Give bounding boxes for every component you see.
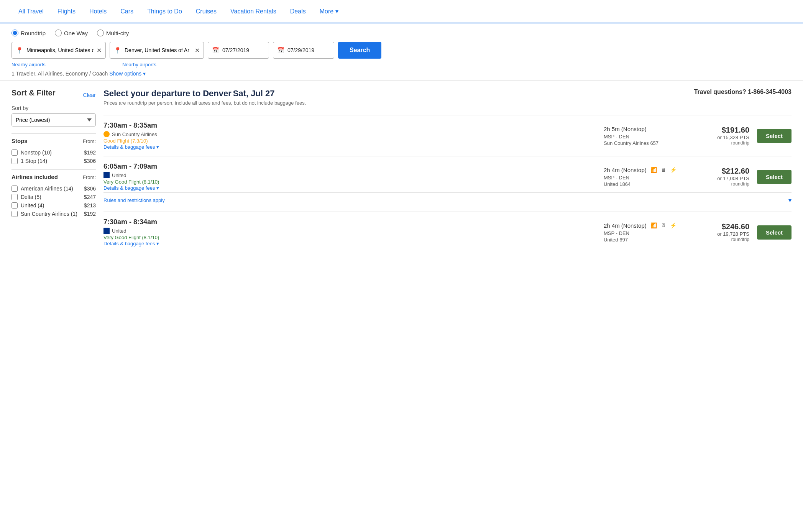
nonstop-checkbox[interactable] xyxy=(11,149,18,156)
flight-price-area-0: $191.60 or 15,328 PTS roundtrip xyxy=(688,126,749,146)
nav-deals[interactable]: Deals xyxy=(283,5,313,18)
screen-icon-2: 🖥 xyxy=(661,222,666,228)
stops-header-row: Stops From: xyxy=(11,138,96,147)
top-nav: All Travel Flights Hotels Cars Things to… xyxy=(0,0,803,23)
flight-duration-1: 2h 4m (Nonstop) 📶 🖥 ⚡ MSP - DEN United 1… xyxy=(604,167,680,187)
select-button-2[interactable]: Select xyxy=(757,225,792,240)
rules-chevron-icon[interactable]: ▾ xyxy=(788,197,792,204)
airline-name-0: Sun Country Airlines xyxy=(112,131,157,137)
sort-select[interactable]: Price (Lowest) xyxy=(11,113,96,126)
american-airlines-filter: American Airlines (14) $306 xyxy=(11,186,96,192)
united-filter: United (4) $213 xyxy=(11,202,96,209)
one-stop-checkbox[interactable] xyxy=(11,158,18,164)
search-area: Roundtrip One Way Multi-city 📍 ✕ 📍 ✕ 📅 0… xyxy=(0,23,803,81)
delta-checkbox[interactable] xyxy=(11,194,18,200)
details-link-0[interactable]: Details & baggage fees ▾ xyxy=(103,144,159,150)
flight-price-area-2: $246.60 or 19,728 PTS roundtrip xyxy=(688,222,749,242)
flight-price-area-1: $212.60 or 17,008 PTS roundtrip xyxy=(688,167,749,187)
nav-more[interactable]: More ▾ xyxy=(313,5,345,18)
duration-text-1: 2h 4m (Nonstop) xyxy=(604,167,647,173)
sun-country-checkbox[interactable] xyxy=(11,211,18,217)
nearby-row: Nearby airports Nearby airports xyxy=(11,62,792,67)
price-type-2: roundtrip xyxy=(688,237,749,242)
power-icon-1: ⚡ xyxy=(670,167,677,173)
nav-all-travel[interactable]: All Travel xyxy=(11,5,51,18)
destination-clear-icon[interactable]: ✕ xyxy=(195,47,200,54)
origin-clear-icon[interactable]: ✕ xyxy=(97,47,102,54)
nav-cruises[interactable]: Cruises xyxy=(189,5,223,18)
nonstop-label: Nonstop (10) xyxy=(21,149,52,156)
results-title-row: Select your departure to Denver Sat, Jul… xyxy=(103,89,306,99)
sort-filter-title: Sort & Filter xyxy=(11,89,55,97)
one-stop-price: $306 xyxy=(84,158,96,164)
search-inputs-row: 📍 ✕ 📍 ✕ 📅 07/27/2019 📅 07/29/2019 Search xyxy=(11,42,792,59)
delta-price: $247 xyxy=(84,194,96,200)
airlines-header-row: Airlines included From: xyxy=(11,174,96,183)
nav-hotels[interactable]: Hotels xyxy=(82,5,113,18)
details-link-1[interactable]: Details & baggage fees ▾ xyxy=(103,185,159,191)
oneway-option[interactable]: One Way xyxy=(55,30,88,36)
search-button[interactable]: Search xyxy=(338,42,381,59)
flight-card-1: 6:05am - 7:09am United Very Good Flight … xyxy=(103,156,792,212)
sun-country-airline-icon xyxy=(103,131,110,137)
route-info-0: MSP - DEN xyxy=(604,134,680,140)
american-airlines-checkbox[interactable] xyxy=(11,186,18,192)
results-header: Select your departure to Denver Sat, Jul… xyxy=(103,89,792,112)
delta-label: Delta (5) xyxy=(21,194,41,200)
price-type-0: roundtrip xyxy=(688,140,749,146)
price-main-1: $212.60 xyxy=(688,167,749,176)
travel-questions: Travel questions? 1-866-345-4003 xyxy=(694,89,792,95)
united-airline-icon-1 xyxy=(103,172,110,178)
depart-calendar-icon: 📅 xyxy=(212,47,219,54)
roundtrip-label: Roundtrip xyxy=(21,30,46,36)
one-stop-filter-item: 1 Stop (14) $306 xyxy=(11,158,96,164)
flight-main-0: 7:30am - 8:35am Sun Country Airlines Goo… xyxy=(103,122,596,150)
rules-row-1: Rules and restrictions apply ▾ xyxy=(103,192,792,205)
flight-time-2: 7:30am - 8:34am xyxy=(103,218,596,226)
depart-date-value: 07/27/2019 xyxy=(222,47,249,53)
oneway-label: One Way xyxy=(64,30,88,36)
sun-country-filter: Sun Country Airlines (1) $192 xyxy=(11,211,96,217)
origin-input[interactable] xyxy=(26,47,94,53)
duration-row-1: 2h 4m (Nonstop) 📶 🖥 ⚡ xyxy=(604,167,680,173)
sort-section: Sort by Price (Lowest) xyxy=(11,105,96,126)
results-title: Select your departure to Denver xyxy=(103,89,232,98)
destination-location-icon: 📍 xyxy=(114,47,122,54)
multicity-label: Multi-city xyxy=(106,30,129,36)
nav-things-to-do[interactable]: Things to Do xyxy=(140,5,189,18)
return-date-box[interactable]: 📅 07/29/2019 xyxy=(273,42,334,59)
stops-title: Stops xyxy=(11,138,28,144)
depart-date-box[interactable]: 📅 07/27/2019 xyxy=(208,42,269,59)
divider-1 xyxy=(11,133,96,134)
flight-number-2: United 697 xyxy=(604,237,680,243)
flight-rating-0: Good Flight (7.3/10) xyxy=(103,138,596,144)
clear-filters-link[interactable]: Clear xyxy=(83,92,96,98)
price-main-2: $246.60 xyxy=(688,222,749,231)
flight-duration-0: 2h 5m (Nonstop) MSP - DEN Sun Country Ai… xyxy=(604,126,680,146)
destination-input[interactable] xyxy=(125,47,192,53)
wifi-icon-1: 📶 xyxy=(650,167,657,173)
nav-vacation-rentals[interactable]: Vacation Rentals xyxy=(223,5,283,18)
results-date: Sat, Jul 27 xyxy=(233,89,275,98)
results-area: Select your departure to Denver Sat, Jul… xyxy=(103,89,792,253)
united-price: $213 xyxy=(84,202,96,209)
destination-nearby-airports[interactable]: Nearby airports xyxy=(122,62,156,67)
nav-flights[interactable]: Flights xyxy=(51,5,82,18)
united-airline-icon-2 xyxy=(103,228,110,234)
united-checkbox[interactable] xyxy=(11,202,18,209)
flight-card-inner-1: 6:05am - 7:09am United Very Good Flight … xyxy=(103,163,792,191)
nav-cars[interactable]: Cars xyxy=(113,5,140,18)
flight-main-1: 6:05am - 7:09am United Very Good Flight … xyxy=(103,163,596,191)
duration-row-0: 2h 5m (Nonstop) xyxy=(604,126,680,132)
multicity-option[interactable]: Multi-city xyxy=(97,30,129,36)
stops-filter: Stops From: Nonstop (10) $192 1 Stop (14… xyxy=(11,138,96,164)
flight-main-2: 7:30am - 8:34am United Very Good Flight … xyxy=(103,218,596,246)
roundtrip-option[interactable]: Roundtrip xyxy=(11,30,46,36)
show-options-link[interactable]: Show options ▾ xyxy=(109,71,146,77)
select-button-0[interactable]: Select xyxy=(757,129,792,143)
flight-rating-1: Very Good Flight (8.1/10) xyxy=(103,179,596,185)
origin-nearby-airports[interactable]: Nearby airports xyxy=(11,62,46,67)
details-link-2[interactable]: Details & baggage fees ▾ xyxy=(103,241,159,246)
rules-link-1[interactable]: Rules and restrictions apply xyxy=(103,197,165,203)
select-button-1[interactable]: Select xyxy=(757,170,792,184)
